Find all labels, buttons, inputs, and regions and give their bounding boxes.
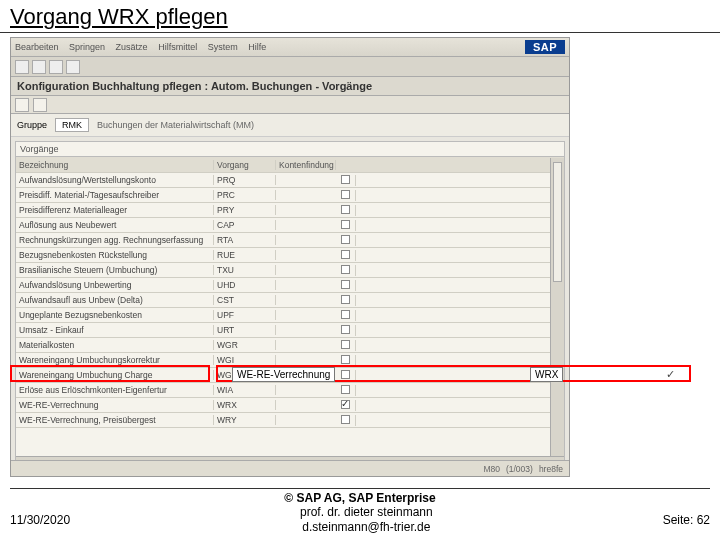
list-icon[interactable] (33, 98, 47, 112)
checkbox-icon[interactable] (341, 280, 350, 289)
table-row[interactable]: Aufwandslösung UnbewertingUHD (16, 278, 564, 293)
highlight-check-icon: ✓ (666, 368, 675, 381)
table-row[interactable]: WE-RE-VerrechnungWRX (16, 398, 564, 413)
menubar: Bearbeiten Springen Zusätze Hilfsmittel … (11, 38, 569, 57)
sap-window: Bearbeiten Springen Zusätze Hilfsmittel … (10, 37, 570, 477)
toolbar (11, 57, 569, 77)
table-row[interactable]: Aufwandslösung/WertstellungskontoPRQ (16, 173, 564, 188)
checkbox-icon[interactable] (341, 295, 350, 304)
sap-logo: SAP (525, 40, 565, 54)
col-desc-header: Bezeichnung (16, 160, 214, 170)
col-kf-header: Kontenfindung (276, 160, 336, 170)
highlight-text: WE-RE-Verrechnung (232, 367, 335, 382)
table-row[interactable]: Preisdiff. Material-/TagesaufschreiberPR… (16, 188, 564, 203)
print-icon[interactable] (49, 60, 63, 74)
table-row[interactable]: Auflösung aus NeubewertCAP (16, 218, 564, 233)
footer-page: Seite: 62 (663, 513, 710, 527)
col-code-header: Vorgang (214, 160, 276, 170)
table-row[interactable]: Wareneingang UmbuchungskorrekturWGI (16, 353, 564, 368)
copyright: © SAP AG, SAP Enterprise (10, 488, 710, 505)
checkbox-icon[interactable] (341, 370, 350, 379)
screen-title: Konfiguration Buchhaltung pflegen : Auto… (11, 77, 569, 96)
table-row[interactable]: Brasilianische Steuern (Umbuchung)TXU (16, 263, 564, 278)
detail-icon[interactable] (15, 98, 29, 112)
vertical-scrollbar[interactable] (550, 158, 564, 470)
checkbox-icon[interactable] (341, 220, 350, 229)
checkbox-icon[interactable] (341, 205, 350, 214)
group-desc: Buchungen der Materialwirtschaft (MM) (97, 120, 254, 130)
checkbox-icon[interactable] (341, 400, 350, 409)
checkbox-icon[interactable] (341, 265, 350, 274)
table-row[interactable]: Ungeplante BezugsnebenkostenUPF (16, 308, 564, 323)
checkbox-icon[interactable] (341, 340, 350, 349)
checkbox-icon[interactable] (341, 310, 350, 319)
highlight-code: WRX (530, 367, 563, 382)
find-icon[interactable] (66, 60, 80, 74)
table-row[interactable]: Umsatz - EinkaufURT (16, 323, 564, 338)
checkbox-icon[interactable] (341, 175, 350, 184)
table-row[interactable]: Bezugsnebenkosten RückstellungRUE (16, 248, 564, 263)
table-caption: Vorgänge (16, 142, 564, 156)
footer-date: 11/30/2020 (10, 513, 70, 527)
slide-footer: © SAP AG, SAP Enterprise 11/30/2020 prof… (0, 484, 720, 540)
sub-toolbar (11, 96, 569, 114)
slide-title: Vorgang WRX pflegen (0, 0, 720, 33)
group-label: Gruppe (17, 120, 47, 130)
menu-items[interactable]: Bearbeiten Springen Zusätze Hilfsmittel … (15, 42, 274, 52)
save-icon[interactable] (32, 60, 46, 74)
group-row: Gruppe RMK Buchungen der Materialwirtsch… (11, 114, 569, 137)
checkbox-icon[interactable] (341, 355, 350, 364)
back-icon[interactable] (15, 60, 29, 74)
checkbox-icon[interactable] (341, 250, 350, 259)
grid-header: Bezeichnung Vorgang Kontenfindung (16, 157, 564, 173)
table-row[interactable]: Erlöse aus Erlöschmkonten-EigenferturWIA (16, 383, 564, 398)
table-row[interactable]: Preisdifferenz MaterialleagerPRY (16, 203, 564, 218)
checkbox-icon[interactable] (341, 235, 350, 244)
checkbox-icon[interactable] (341, 385, 350, 394)
group-code: RMK (55, 118, 89, 132)
table-area: Vorgänge Bezeichnung Vorgang Kontenfindu… (15, 141, 565, 471)
footer-author: prof. dr. dieter steinmann d.steinmann@f… (300, 505, 433, 534)
table-row[interactable]: MaterialkostenWGR (16, 338, 564, 353)
table-row[interactable]: WE-RE-Verrechnung, PreisübergestWRY (16, 413, 564, 428)
table-row[interactable]: Aufwandsaufl aus Unbew (Delta)CST (16, 293, 564, 308)
checkbox-icon[interactable] (341, 415, 350, 424)
checkbox-icon[interactable] (341, 190, 350, 199)
checkbox-icon[interactable] (341, 325, 350, 334)
table-row[interactable]: Rechnungskürzungen agg. Rechnungserfassu… (16, 233, 564, 248)
grid: Bezeichnung Vorgang Kontenfindung Aufwan… (16, 156, 564, 428)
statusbar: M80 (1/003) hre8fe (11, 460, 569, 476)
